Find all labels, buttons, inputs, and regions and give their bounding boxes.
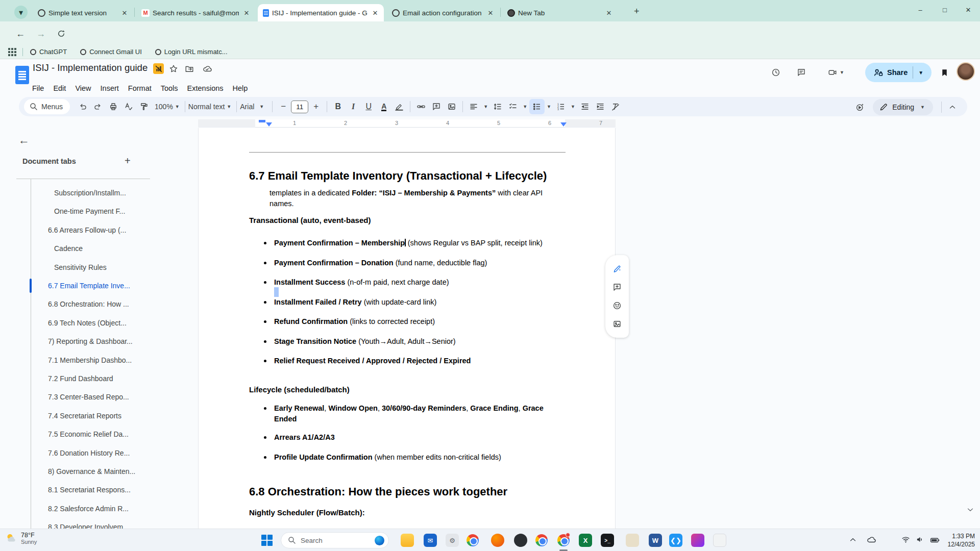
insert-image-icon[interactable] bbox=[612, 319, 622, 329]
browser-tab-2[interactable]: MSearch results - saiful@moment✕ bbox=[136, 4, 255, 21]
sidebar-item-14[interactable]: 7.5 Economic Relief Da... bbox=[48, 425, 129, 443]
bulleted-list-button[interactable] bbox=[529, 99, 545, 114]
insert-image-button[interactable] bbox=[444, 99, 459, 114]
browser-tab-3[interactable]: ISIJ - Implementation guide - G✕ bbox=[258, 4, 384, 21]
clear-formatting-button[interactable] bbox=[608, 99, 623, 114]
add-tab-button[interactable]: + bbox=[125, 155, 131, 167]
weather-widget[interactable]: 78°F Sunny bbox=[5, 532, 37, 545]
redo-button[interactable] bbox=[90, 99, 106, 114]
checklist-button[interactable] bbox=[505, 99, 521, 114]
move-folder-icon[interactable] bbox=[185, 64, 194, 73]
taskbar-icon-terminal[interactable]: >_ bbox=[600, 533, 615, 547]
star-document-icon[interactable] bbox=[169, 64, 178, 73]
text-color-button[interactable]: A bbox=[376, 99, 391, 114]
taskbar-icon-settings-app[interactable]: ⚙ bbox=[445, 533, 459, 547]
menu-view[interactable]: View bbox=[70, 83, 95, 94]
line-spacing-button[interactable] bbox=[490, 99, 505, 114]
taskbar-icon-file-explorer[interactable] bbox=[400, 533, 414, 547]
taskbar-icon-dark-app[interactable] bbox=[513, 533, 528, 547]
insert-link-button[interactable] bbox=[413, 99, 429, 114]
document-page[interactable]: 6.7 Email Template Inventory (Transactio… bbox=[198, 128, 616, 551]
editing-mode-button[interactable]: Editing ▼ bbox=[873, 99, 933, 115]
style-dropdown-arrow[interactable]: ▼ bbox=[227, 104, 231, 109]
window-close-button[interactable]: ✕ bbox=[960, 2, 977, 17]
browser-tab-1[interactable]: Simple text version✕ bbox=[33, 4, 133, 21]
taskbar-clock[interactable]: 1:33 PM 12/4/2025 bbox=[948, 532, 975, 548]
checklist-dropdown-arrow[interactable]: ▼ bbox=[523, 104, 527, 109]
bookmark-item-2[interactable]: Connect Gmail UI bbox=[80, 48, 142, 56]
bookmark-flag-icon[interactable] bbox=[935, 63, 953, 82]
hidden-icons-chevron[interactable] bbox=[848, 535, 857, 544]
comments-icon[interactable] bbox=[792, 63, 811, 82]
undo-button[interactable] bbox=[75, 99, 90, 114]
sidebar-item-9[interactable]: 7) Reporting & Dashboar... bbox=[48, 333, 133, 350]
share-button[interactable]: Share ▼ bbox=[865, 63, 932, 82]
left-indent-marker[interactable] bbox=[266, 122, 272, 127]
document-title[interactable]: ISIJ - Implementation guide bbox=[33, 62, 148, 73]
right-indent-marker[interactable] bbox=[560, 122, 567, 127]
sidebar-item-3[interactable]: 6.6 Arrears Follow-up (... bbox=[48, 221, 126, 239]
copilot-icon[interactable] bbox=[375, 536, 384, 545]
taskbar-icon-photos-app[interactable] bbox=[691, 533, 705, 547]
close-outline-icon[interactable]: ← bbox=[18, 134, 30, 147]
sidebar-item-2[interactable]: One-time Payment F... bbox=[54, 203, 125, 220]
scroll-down-icon[interactable] bbox=[966, 505, 975, 514]
meet-video-icon[interactable]: ▼ bbox=[823, 63, 849, 82]
increase-indent-button[interactable] bbox=[593, 99, 608, 114]
sidebar-item-6[interactable]: 6.7 Email Template Inve... bbox=[48, 277, 130, 294]
numbered-list-dropdown-arrow[interactable]: ▼ bbox=[571, 104, 575, 109]
sidebar-item-7[interactable]: 6.8 Orchestration: How ... bbox=[48, 295, 129, 313]
taskbar-icon-chrome-profile[interactable] bbox=[534, 533, 549, 547]
print-button[interactable] bbox=[106, 99, 121, 114]
taskbar-icon-excel[interactable]: X bbox=[578, 533, 593, 547]
battery-icon[interactable] bbox=[930, 535, 940, 545]
browser-tab-5[interactable]: New Tab✕ bbox=[502, 4, 618, 21]
document-status-icon[interactable] bbox=[153, 63, 164, 74]
taskbar-icon-mail-app[interactable]: ✉ bbox=[423, 533, 437, 547]
taskbar-icon-vscode[interactable]: ❮❯ bbox=[669, 533, 683, 547]
forward-button[interactable]: → bbox=[34, 27, 48, 41]
sidebar-item-15[interactable]: 7.6 Donation History Re... bbox=[48, 444, 130, 462]
sidebar-item-4[interactable]: Cadence bbox=[54, 240, 83, 257]
spell-check-button[interactable] bbox=[121, 99, 136, 114]
sidebar-item-11[interactable]: 7.2 Fund Dashboard bbox=[48, 370, 113, 387]
font-size-input[interactable]: 11 bbox=[291, 101, 308, 113]
bookmark-item-1[interactable]: ChatGPT bbox=[30, 48, 67, 56]
onedrive-cloud-icon[interactable] bbox=[867, 535, 876, 544]
browser-tab-4[interactable]: Email action configuration✕ bbox=[387, 4, 499, 21]
google-docs-logo[interactable] bbox=[15, 66, 29, 84]
sidebar-item-16[interactable]: 8) Governance & Mainten... bbox=[48, 463, 135, 480]
menu-format[interactable]: Format bbox=[124, 83, 156, 94]
taskbar-icon-word-app[interactable]: W bbox=[648, 533, 663, 547]
start-button[interactable] bbox=[261, 535, 273, 546]
apps-grid-icon[interactable] bbox=[8, 48, 16, 56]
sidebar-item-5[interactable]: Sensitivity Rules bbox=[54, 259, 107, 276]
zoom-value[interactable]: 100% bbox=[155, 103, 173, 111]
paragraph-style-value[interactable]: Normal text bbox=[188, 103, 225, 111]
bulleted-list-dropdown-arrow[interactable]: ▼ bbox=[547, 104, 551, 109]
sidebar-item-12[interactable]: 7.3 Center-Based Repo... bbox=[48, 388, 129, 406]
search-menus-button[interactable]: Menus bbox=[24, 99, 70, 114]
sidebar-item-1[interactable]: Subscription/Installm... bbox=[54, 184, 126, 202]
new-tab-button[interactable]: + bbox=[634, 6, 640, 17]
meet-dropdown-arrow[interactable]: ▼ bbox=[840, 70, 844, 75]
sidebar-item-13[interactable]: 7.4 Secretariat Reports bbox=[48, 407, 121, 424]
underline-button[interactable]: U bbox=[361, 99, 376, 114]
paint-format-button[interactable] bbox=[136, 99, 152, 114]
add-comment-icon[interactable] bbox=[612, 283, 622, 292]
help-me-write-icon[interactable] bbox=[612, 264, 622, 273]
italic-button[interactable]: I bbox=[346, 99, 361, 114]
decrease-indent-button[interactable] bbox=[577, 99, 593, 114]
menu-tools[interactable]: Tools bbox=[156, 83, 183, 94]
taskbar-icon-firefox[interactable] bbox=[491, 533, 505, 547]
wifi-icon[interactable] bbox=[901, 535, 910, 544]
taskbar-icon-light-app[interactable] bbox=[713, 533, 727, 547]
tab-search-chevron-icon[interactable]: ▾ bbox=[14, 6, 28, 19]
tab-close-icon[interactable]: ✕ bbox=[242, 8, 251, 17]
sidebar-item-10[interactable]: 7.1 Membership Dashbo... bbox=[48, 352, 132, 369]
menu-insert[interactable]: Insert bbox=[96, 83, 124, 94]
numbered-list-button[interactable]: 123 bbox=[553, 99, 569, 114]
gemini-sparkle-icon[interactable] bbox=[852, 99, 868, 115]
sidebar-item-17[interactable]: 8.1 Secretariat Respons... bbox=[48, 481, 131, 498]
sidebar-item-8[interactable]: 6.9 Tech Notes (Object... bbox=[48, 314, 127, 332]
